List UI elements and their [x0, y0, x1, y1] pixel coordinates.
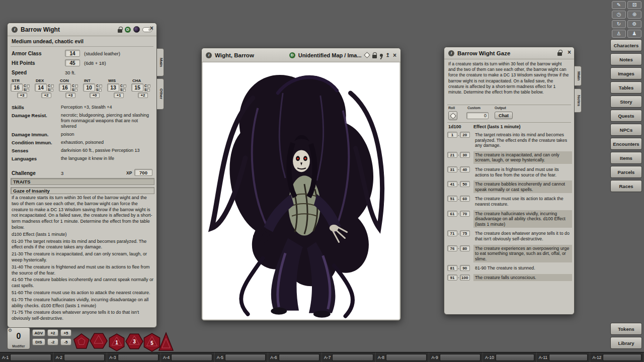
hotkey-slot[interactable] [549, 354, 588, 361]
hotkey-slot[interactable] [332, 354, 373, 361]
ability-mod[interactable]: +0 [90, 93, 100, 98]
save-checkbox[interactable] [99, 88, 102, 92]
check-checkbox[interactable] [75, 84, 78, 87]
hotkey-slot[interactable] [386, 354, 427, 361]
sidebar-item-tables[interactable]: Tables [610, 81, 642, 94]
minus2-button[interactable]: -2 [47, 338, 58, 345]
sidebar-item-story[interactable]: Story [610, 96, 642, 108]
hotkey-slot[interactable] [279, 354, 319, 361]
die-d6[interactable] [74, 334, 89, 348]
check-checkbox[interactable] [27, 84, 30, 87]
die-d4[interactable] [159, 333, 173, 350]
info-icon[interactable]: i [12, 27, 18, 33]
save-checkbox[interactable] [26, 88, 29, 92]
roll-die-button[interactable] [448, 111, 457, 120]
ability-score-field[interactable]: 16 [11, 83, 23, 92]
range-from[interactable]: 71 [447, 230, 457, 236]
sidebar-item-tokens[interactable]: Tokens [610, 323, 642, 335]
check-checkbox[interactable] [99, 84, 102, 87]
plus2-button[interactable]: +2 [47, 329, 58, 336]
range-from[interactable]: 91 [447, 275, 457, 281]
hit-points-field[interactable]: 45 [65, 59, 80, 66]
range-to[interactable]: 70 [460, 211, 470, 217]
clock-button[interactable]: ◷ [612, 11, 626, 19]
dice-button[interactable]: ⚄ [627, 1, 641, 9]
token-icon[interactable] [133, 26, 140, 33]
ability-mod[interactable]: +2 [138, 93, 148, 98]
advantage-button[interactable]: ADV [32, 329, 45, 336]
range-to[interactable]: 90 [460, 265, 470, 271]
range-from[interactable]: 76 [447, 245, 457, 251]
check-checkbox[interactable] [147, 84, 150, 87]
save-checkbox[interactable] [74, 88, 77, 92]
sidebar-item-races[interactable]: Races [610, 180, 642, 192]
ability-score-field[interactable]: 14 [35, 83, 47, 92]
sync-button[interactable]: ↻ [612, 20, 626, 28]
range-to[interactable]: 30 [460, 152, 470, 158]
close-icon[interactable]: × [393, 52, 396, 58]
range-from[interactable]: 51 [447, 196, 457, 202]
sidebar-item-characters[interactable]: Characters [610, 39, 642, 51]
sidebar-item-library[interactable]: Library [610, 337, 642, 349]
die-d20[interactable]: 5 [144, 333, 159, 351]
range-from[interactable]: 21 [447, 152, 457, 158]
lock-icon[interactable] [118, 29, 122, 33]
lock-icon[interactable] [372, 55, 377, 58]
hotkey-slot[interactable] [118, 354, 158, 361]
sidebar-item-notes[interactable]: Notes [610, 53, 642, 65]
hotkey-slot[interactable] [64, 354, 105, 361]
plus5-button[interactable]: +5 [60, 329, 71, 336]
pin-icon[interactable] [380, 54, 383, 57]
hotkey-slot[interactable] [171, 354, 212, 361]
hotkey-slot[interactable] [10, 354, 51, 361]
hotkey-slot[interactable] [603, 354, 641, 361]
table-window-titlebar[interactable]: i Barrow Wight Gaze [444, 47, 574, 59]
save-checkbox[interactable] [147, 88, 150, 92]
image-canvas[interactable] [203, 62, 399, 319]
check-checkbox[interactable] [51, 84, 54, 87]
range-from[interactable]: 41 [447, 181, 457, 187]
ability-score-field[interactable]: 10 [83, 83, 95, 92]
maximize-icon[interactable]: ↥ [386, 52, 390, 58]
image-window-titlebar[interactable]: i Wight, Barrow D Unidentified Map / Ima… [202, 48, 400, 62]
range-to[interactable]: 60 [460, 196, 470, 202]
sidebar-item-parcels[interactable]: Parcels [610, 166, 642, 178]
ability-score-field[interactable]: 13 [107, 83, 119, 92]
hotkey-slot[interactable] [496, 354, 534, 361]
die-d12[interactable]: 3 [126, 334, 143, 348]
range-from[interactable]: 1 [447, 132, 457, 138]
custom-modifier-field[interactable]: 0 [466, 112, 489, 119]
range-to[interactable]: 20 [460, 132, 470, 138]
party-button[interactable]: ♟ [627, 30, 641, 38]
edit-button[interactable]: ✎ [612, 1, 626, 9]
character-button[interactable]: ♙ [612, 30, 626, 38]
options-button[interactable]: ⚙ [627, 20, 641, 28]
tab-main[interactable]: Main [157, 48, 164, 76]
tab-main[interactable]: Main [575, 66, 582, 86]
sidebar-item-quests[interactable]: Quests [610, 110, 642, 122]
trait-name[interactable]: Gaze of Insanity [11, 187, 154, 194]
range-from[interactable]: 31 [447, 166, 457, 172]
die-icon[interactable] [364, 52, 370, 58]
info-icon[interactable]: i [448, 50, 454, 56]
xp-field[interactable]: 700 [134, 169, 152, 176]
range-from[interactable]: 81 [447, 265, 457, 271]
sidebar-item-images[interactable]: Images [610, 67, 642, 79]
ability-mod[interactable]: +3 [65, 93, 75, 98]
disadvantage-button[interactable]: DIS [32, 338, 45, 345]
ability-mod[interactable]: +2 [41, 93, 51, 98]
lock-icon[interactable] [557, 52, 562, 56]
close-icon[interactable]: × [568, 49, 571, 55]
range-from[interactable]: 61 [447, 211, 457, 217]
range-to[interactable]: 40 [460, 166, 470, 172]
info-icon[interactable]: i [206, 52, 212, 58]
sidebar-item-npcs[interactable]: NPCs [610, 124, 642, 136]
save-checkbox[interactable] [50, 88, 53, 92]
ability-score-field[interactable]: 15 [131, 83, 143, 92]
tab-notes[interactable]: Notes [575, 88, 582, 113]
range-to[interactable]: 50 [460, 181, 470, 187]
targeting-button[interactable]: ⊕ [627, 11, 641, 19]
die-d8[interactable] [90, 333, 107, 348]
range-to[interactable]: 80 [460, 245, 470, 251]
ability-score-field[interactable]: 16 [59, 83, 71, 92]
